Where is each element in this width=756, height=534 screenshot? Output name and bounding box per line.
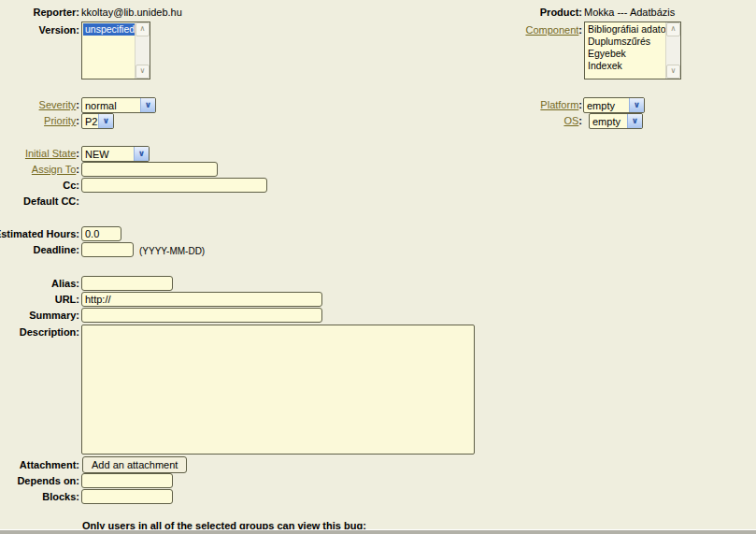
initial-state-link[interactable]: Initial State	[25, 148, 76, 159]
severity-link[interactable]: Severity	[39, 99, 77, 110]
deadline-input[interactable]	[81, 242, 134, 257]
assign-to-input[interactable]	[81, 162, 218, 177]
description-label: Description:	[0, 326, 79, 339]
list-item[interactable]: Egyebek	[586, 48, 665, 60]
os-label: OS:	[433, 115, 582, 127]
version-listbox[interactable]: unspecified ∧ ∨	[81, 22, 150, 79]
chevron-down-icon: ∨	[140, 98, 155, 112]
chevron-down-icon: ∨	[629, 98, 644, 112]
component-label: Component:	[433, 24, 582, 36]
severity-select[interactable]: normal ∨	[81, 97, 156, 113]
severity-selected-value: normal	[82, 100, 140, 111]
add-attachment-button[interactable]: Add an attachment	[82, 456, 187, 473]
chevron-down-icon: ∨	[627, 114, 642, 128]
list-item[interactable]: Indexek	[586, 60, 665, 72]
depends-on-label: Depends on:	[0, 475, 79, 487]
priority-select[interactable]: P2 ∨	[81, 113, 114, 129]
initial-state-selected-value: NEW	[82, 149, 134, 160]
product-label: Product:	[433, 7, 582, 19]
list-item[interactable]: Bibliográfiai adatok	[586, 23, 665, 36]
blocks-label: Blocks:	[0, 491, 79, 503]
alias-label: Alias:	[0, 278, 79, 290]
list-item[interactable]: Duplumszűrés	[586, 36, 665, 48]
priority-link[interactable]: Priority	[44, 115, 76, 126]
list-item[interactable]: unspecified	[83, 23, 135, 36]
cc-input[interactable]	[81, 178, 267, 193]
reporter-value: kkoltay@lib.unideb.hu	[81, 7, 182, 19]
scroll-down-icon[interactable]: ∨	[136, 65, 150, 79]
deadline-label: Deadline:	[0, 244, 79, 256]
scroll-up-icon[interactable]: ∧	[666, 22, 680, 36]
bug-entry-form: Reporter: kkoltay@lib.unideb.hu Product:…	[0, 0, 756, 534]
assign-to-label: Assign To:	[0, 164, 79, 176]
scrollbar[interactable]: ∧ ∨	[665, 22, 680, 79]
platform-select[interactable]: empty ∨	[583, 97, 645, 113]
summary-label: Summary:	[0, 310, 79, 322]
url-label: URL:	[0, 294, 79, 306]
blocks-input[interactable]	[81, 489, 173, 504]
product-value: Mokka --- Adatbázis	[584, 7, 675, 19]
reporter-label: Reporter:	[0, 7, 79, 19]
url-input[interactable]	[81, 292, 322, 307]
platform-link[interactable]: Platform	[540, 99, 578, 110]
initial-state-select[interactable]: NEW ∨	[81, 146, 150, 162]
initial-state-label: Initial State:	[0, 148, 79, 160]
estimated-hours-input[interactable]	[81, 226, 121, 241]
platform-selected-value: empty	[584, 100, 629, 111]
default-cc-label: Default CC:	[0, 195, 79, 208]
estimated-hours-label: Estimated Hours:	[0, 228, 79, 240]
priority-selected-value: P2	[82, 116, 98, 127]
severity-label: Severity:	[0, 99, 79, 111]
chevron-down-icon: ∨	[98, 114, 113, 128]
alias-input[interactable]	[81, 276, 173, 291]
scroll-up-icon[interactable]: ∧	[136, 22, 150, 36]
version-label: Version:	[0, 24, 79, 36]
os-selected-value: empty	[590, 116, 627, 127]
chevron-down-icon: ∨	[134, 147, 149, 161]
description-textarea[interactable]	[81, 325, 475, 455]
assign-to-link[interactable]: Assign To	[32, 164, 77, 175]
scroll-down-icon[interactable]: ∨	[666, 65, 680, 79]
attachment-label: Attachment:	[0, 459, 79, 471]
platform-label: Platform:	[433, 99, 582, 111]
priority-label: Priority:	[0, 115, 79, 127]
os-link[interactable]: OS	[563, 115, 578, 126]
depends-on-input[interactable]	[81, 473, 173, 488]
horizontal-scrollbar[interactable]	[0, 529, 756, 534]
cc-label: Cc:	[0, 180, 79, 192]
deadline-format-hint: (YYYY-MM-DD)	[139, 246, 205, 256]
os-select[interactable]: empty ∨	[589, 113, 643, 129]
component-options: Bibliográfiai adatok Duplumszűrés Egyebe…	[585, 22, 665, 79]
component-link[interactable]: Component	[525, 24, 578, 36]
version-options: unspecified	[82, 22, 135, 79]
scrollbar[interactable]: ∧ ∨	[135, 22, 150, 79]
summary-input[interactable]	[81, 308, 322, 323]
component-listbox[interactable]: Bibliográfiai adatok Duplumszűrés Egyebe…	[584, 22, 681, 79]
